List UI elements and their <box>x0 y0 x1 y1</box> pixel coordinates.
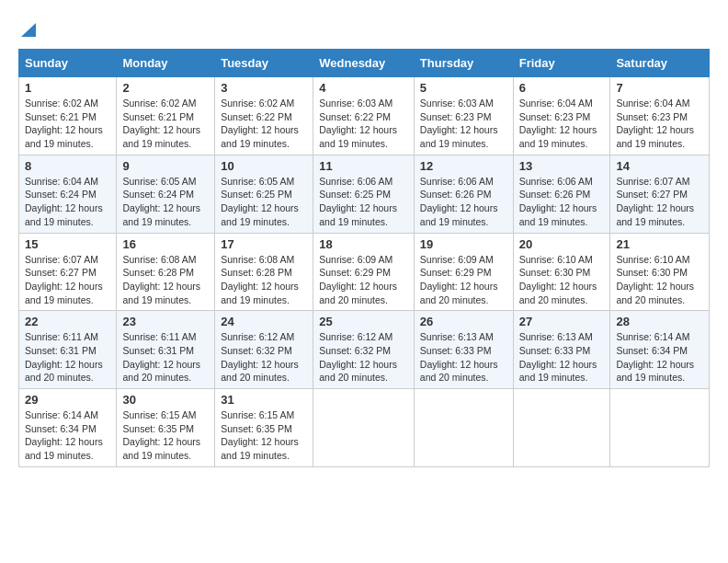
calendar-cell: 30Sunrise: 6:15 AMSunset: 6:35 PMDayligh… <box>117 389 215 467</box>
day-info: Sunrise: 6:02 AMSunset: 6:21 PMDaylight:… <box>25 98 103 149</box>
calendar-cell: 3Sunrise: 6:02 AMSunset: 6:22 PMDaylight… <box>215 77 313 155</box>
day-number: 10 <box>221 159 307 173</box>
day-number: 23 <box>122 315 209 328</box>
header-row: SundayMondayTuesdayWednesdayThursdayFrid… <box>19 50 710 77</box>
day-info: Sunrise: 6:04 AMSunset: 6:24 PMDaylight:… <box>25 176 103 227</box>
calendar-cell: 26Sunrise: 6:13 AMSunset: 6:33 PMDayligh… <box>414 311 513 389</box>
day-info: Sunrise: 6:14 AMSunset: 6:34 PMDaylight:… <box>25 409 103 461</box>
day-info: Sunrise: 6:15 AMSunset: 6:35 PMDaylight:… <box>122 409 200 461</box>
calendar-week-row: 15Sunrise: 6:07 AMSunset: 6:27 PMDayligh… <box>19 233 710 311</box>
day-info: Sunrise: 6:03 AMSunset: 6:23 PMDaylight:… <box>420 98 498 149</box>
calendar-cell: 20Sunrise: 6:10 AMSunset: 6:30 PMDayligh… <box>513 233 610 311</box>
day-info: Sunrise: 6:05 AMSunset: 6:25 PMDaylight:… <box>221 176 299 227</box>
day-number: 20 <box>519 237 605 251</box>
calendar-cell: 5Sunrise: 6:03 AMSunset: 6:23 PMDaylight… <box>414 77 513 155</box>
day-info: Sunrise: 6:13 AMSunset: 6:33 PMDaylight:… <box>420 331 498 383</box>
logo <box>18 18 36 40</box>
page-header <box>18 18 710 40</box>
weekday-header: Friday <box>513 50 610 77</box>
day-number: 24 <box>221 315 307 328</box>
calendar-cell: 10Sunrise: 6:05 AMSunset: 6:25 PMDayligh… <box>215 155 313 233</box>
day-info: Sunrise: 6:02 AMSunset: 6:21 PMDaylight:… <box>122 98 200 149</box>
day-info: Sunrise: 6:10 AMSunset: 6:30 PMDaylight:… <box>519 254 597 305</box>
calendar-cell: 31Sunrise: 6:15 AMSunset: 6:35 PMDayligh… <box>215 389 313 467</box>
calendar-cell: 18Sunrise: 6:09 AMSunset: 6:29 PMDayligh… <box>313 233 415 311</box>
calendar-cell: 4Sunrise: 6:03 AMSunset: 6:22 PMDaylight… <box>313 77 415 155</box>
day-info: Sunrise: 6:12 AMSunset: 6:32 PMDaylight:… <box>221 331 299 383</box>
calendar-cell: 13Sunrise: 6:06 AMSunset: 6:26 PMDayligh… <box>513 155 610 233</box>
day-number: 14 <box>616 159 703 173</box>
day-info: Sunrise: 6:15 AMSunset: 6:35 PMDaylight:… <box>221 409 299 461</box>
calendar-cell: 6Sunrise: 6:04 AMSunset: 6:23 PMDaylight… <box>513 77 610 155</box>
calendar-cell: 29Sunrise: 6:14 AMSunset: 6:34 PMDayligh… <box>19 389 117 467</box>
day-info: Sunrise: 6:02 AMSunset: 6:22 PMDaylight:… <box>221 98 299 149</box>
calendar-week-row: 29Sunrise: 6:14 AMSunset: 6:34 PMDayligh… <box>19 389 710 467</box>
calendar-cell: 17Sunrise: 6:08 AMSunset: 6:28 PMDayligh… <box>215 233 313 311</box>
logo-icon <box>21 18 36 37</box>
day-number: 5 <box>420 81 507 95</box>
day-info: Sunrise: 6:11 AMSunset: 6:31 PMDaylight:… <box>25 331 103 383</box>
calendar-table: SundayMondayTuesdayWednesdayThursdayFrid… <box>18 49 710 467</box>
day-number: 19 <box>420 237 507 251</box>
calendar-cell: 12Sunrise: 6:06 AMSunset: 6:26 PMDayligh… <box>414 155 513 233</box>
day-number: 2 <box>122 81 209 95</box>
day-number: 28 <box>616 315 703 328</box>
day-info: Sunrise: 6:07 AMSunset: 6:27 PMDaylight:… <box>25 254 103 305</box>
day-info: Sunrise: 6:11 AMSunset: 6:31 PMDaylight:… <box>122 331 200 383</box>
day-number: 11 <box>319 159 408 173</box>
day-number: 13 <box>519 159 605 173</box>
day-number: 26 <box>420 315 507 328</box>
calendar-week-row: 22Sunrise: 6:11 AMSunset: 6:31 PMDayligh… <box>19 311 710 389</box>
calendar-week-row: 1Sunrise: 6:02 AMSunset: 6:21 PMDaylight… <box>19 77 710 155</box>
calendar-cell: 8Sunrise: 6:04 AMSunset: 6:24 PMDaylight… <box>19 155 117 233</box>
day-info: Sunrise: 6:03 AMSunset: 6:22 PMDaylight:… <box>319 98 397 149</box>
weekday-header: Thursday <box>414 50 513 77</box>
day-info: Sunrise: 6:10 AMSunset: 6:30 PMDaylight:… <box>616 254 694 305</box>
day-info: Sunrise: 6:04 AMSunset: 6:23 PMDaylight:… <box>616 98 694 149</box>
calendar-cell <box>414 389 513 467</box>
calendar-cell <box>513 389 610 467</box>
day-number: 6 <box>519 81 605 95</box>
day-info: Sunrise: 6:12 AMSunset: 6:32 PMDaylight:… <box>319 331 397 383</box>
day-info: Sunrise: 6:08 AMSunset: 6:28 PMDaylight:… <box>221 254 299 305</box>
day-info: Sunrise: 6:05 AMSunset: 6:24 PMDaylight:… <box>122 176 200 227</box>
calendar-cell: 11Sunrise: 6:06 AMSunset: 6:25 PMDayligh… <box>313 155 415 233</box>
day-number: 3 <box>221 81 307 95</box>
day-number: 1 <box>25 81 110 95</box>
day-info: Sunrise: 6:09 AMSunset: 6:29 PMDaylight:… <box>420 254 498 305</box>
calendar-cell: 28Sunrise: 6:14 AMSunset: 6:34 PMDayligh… <box>610 311 710 389</box>
calendar-week-row: 8Sunrise: 6:04 AMSunset: 6:24 PMDaylight… <box>19 155 710 233</box>
calendar-cell: 15Sunrise: 6:07 AMSunset: 6:27 PMDayligh… <box>19 233 117 311</box>
weekday-header: Monday <box>117 50 215 77</box>
day-info: Sunrise: 6:08 AMSunset: 6:28 PMDaylight:… <box>122 254 200 305</box>
calendar-cell: 27Sunrise: 6:13 AMSunset: 6:33 PMDayligh… <box>513 311 610 389</box>
calendar-cell: 21Sunrise: 6:10 AMSunset: 6:30 PMDayligh… <box>610 233 710 311</box>
day-number: 21 <box>616 237 703 251</box>
day-number: 31 <box>221 393 307 407</box>
calendar-cell: 1Sunrise: 6:02 AMSunset: 6:21 PMDaylight… <box>19 77 117 155</box>
day-number: 25 <box>319 315 408 328</box>
weekday-header: Sunday <box>19 50 117 77</box>
calendar-cell: 2Sunrise: 6:02 AMSunset: 6:21 PMDaylight… <box>117 77 215 155</box>
day-number: 30 <box>122 393 209 407</box>
day-number: 8 <box>25 159 110 173</box>
calendar-cell: 24Sunrise: 6:12 AMSunset: 6:32 PMDayligh… <box>215 311 313 389</box>
calendar-cell: 16Sunrise: 6:08 AMSunset: 6:28 PMDayligh… <box>117 233 215 311</box>
day-number: 16 <box>122 237 209 251</box>
calendar-cell: 7Sunrise: 6:04 AMSunset: 6:23 PMDaylight… <box>610 77 710 155</box>
weekday-header: Wednesday <box>313 50 415 77</box>
calendar-cell <box>610 389 710 467</box>
day-number: 18 <box>319 237 408 251</box>
svg-marker-0 <box>21 23 36 37</box>
day-number: 4 <box>319 81 408 95</box>
day-info: Sunrise: 6:06 AMSunset: 6:25 PMDaylight:… <box>319 176 397 227</box>
calendar-cell <box>313 389 415 467</box>
calendar-cell: 25Sunrise: 6:12 AMSunset: 6:32 PMDayligh… <box>313 311 415 389</box>
calendar-cell: 22Sunrise: 6:11 AMSunset: 6:31 PMDayligh… <box>19 311 117 389</box>
day-number: 29 <box>25 393 110 407</box>
day-info: Sunrise: 6:09 AMSunset: 6:29 PMDaylight:… <box>319 254 397 305</box>
day-number: 27 <box>519 315 605 328</box>
day-number: 17 <box>221 237 307 251</box>
calendar-cell: 14Sunrise: 6:07 AMSunset: 6:27 PMDayligh… <box>610 155 710 233</box>
day-info: Sunrise: 6:06 AMSunset: 6:26 PMDaylight:… <box>420 176 498 227</box>
